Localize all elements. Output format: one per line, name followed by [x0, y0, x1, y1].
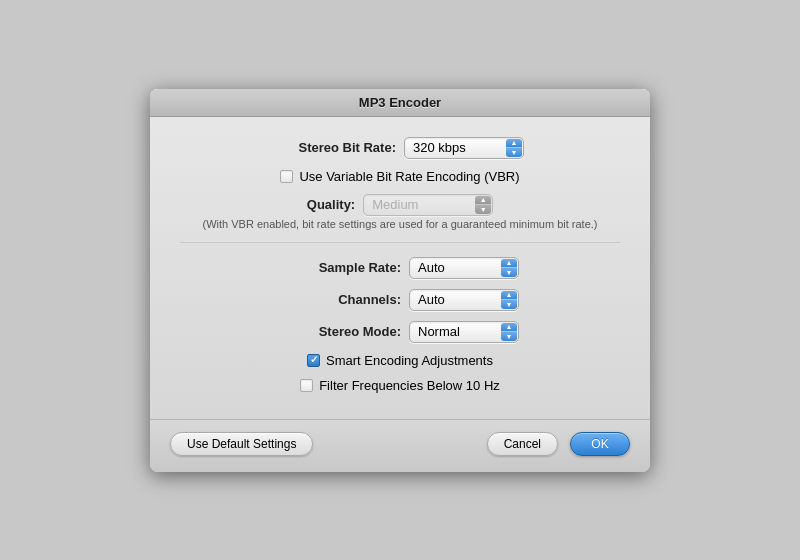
default-settings-button[interactable]: Use Default Settings: [170, 432, 313, 456]
stereo-bit-rate-label: Stereo Bit Rate:: [276, 140, 396, 155]
channels-row: Channels: Auto ▲ ▼: [180, 289, 620, 311]
right-buttons: Cancel OK: [487, 432, 630, 456]
channels-wrapper: Auto ▲ ▼: [409, 289, 519, 311]
sample-rate-label: Sample Rate:: [281, 260, 401, 275]
quality-row: Quality: Medium ▲ ▼: [180, 194, 620, 216]
separator: [180, 242, 620, 243]
channels-select[interactable]: Auto: [409, 289, 519, 311]
mp3-encoder-dialog: MP3 Encoder Stereo Bit Rate: 320 kbps ▲ …: [150, 89, 650, 472]
dialog-title: MP3 Encoder: [150, 89, 650, 117]
quality-select[interactable]: Medium: [363, 194, 493, 216]
stereo-mode-select[interactable]: Normal: [409, 321, 519, 343]
quality-label: Quality:: [307, 197, 355, 212]
smart-encoding-row: Smart Encoding Adjustments: [180, 353, 620, 368]
smart-encoding-checkbox[interactable]: [307, 354, 320, 367]
stereo-mode-wrapper: Normal ▲ ▼: [409, 321, 519, 343]
title-text: MP3 Encoder: [359, 95, 441, 110]
stereo-mode-row: Stereo Mode: Normal ▲ ▼: [180, 321, 620, 343]
smart-encoding-label: Smart Encoding Adjustments: [326, 353, 493, 368]
channels-label: Channels:: [281, 292, 401, 307]
button-bar: Use Default Settings Cancel OK: [150, 419, 650, 472]
stereo-bit-rate-row: Stereo Bit Rate: 320 kbps ▲ ▼: [180, 137, 620, 159]
sample-rate-row: Sample Rate: Auto ▲ ▼: [180, 257, 620, 279]
stereo-mode-label: Stereo Mode:: [281, 324, 401, 339]
dialog-content: Stereo Bit Rate: 320 kbps ▲ ▼ Use Variab…: [150, 117, 650, 419]
vbr-checkbox[interactable]: [280, 170, 293, 183]
vbr-note: (With VBR enabled, bit rate settings are…: [180, 218, 620, 230]
quality-wrapper: Medium ▲ ▼: [363, 194, 493, 216]
filter-frequencies-checkbox[interactable]: [300, 379, 313, 392]
cancel-button[interactable]: Cancel: [487, 432, 558, 456]
vbr-row: Use Variable Bit Rate Encoding (VBR): [180, 169, 620, 184]
stereo-bit-rate-select[interactable]: 320 kbps: [404, 137, 524, 159]
sample-rate-select[interactable]: Auto: [409, 257, 519, 279]
vbr-note-text: (With VBR enabled, bit rate settings are…: [203, 218, 598, 230]
filter-frequencies-label: Filter Frequencies Below 10 Hz: [319, 378, 500, 393]
stereo-bit-rate-wrapper: 320 kbps ▲ ▼: [404, 137, 524, 159]
vbr-label: Use Variable Bit Rate Encoding (VBR): [299, 169, 519, 184]
ok-button[interactable]: OK: [570, 432, 630, 456]
filter-frequencies-row: Filter Frequencies Below 10 Hz: [180, 378, 620, 393]
sample-rate-wrapper: Auto ▲ ▼: [409, 257, 519, 279]
